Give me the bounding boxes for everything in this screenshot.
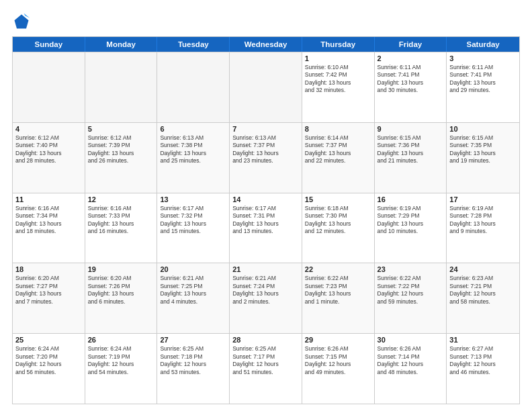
day-number: 5 bbox=[88, 125, 154, 133]
cell-info: Sunrise: 6:10 AM Sunset: 7:42 PM Dayligh… bbox=[305, 64, 371, 95]
calendar-cell bbox=[85, 52, 158, 122]
cell-info: Sunrise: 6:17 AM Sunset: 7:31 PM Dayligh… bbox=[232, 205, 299, 236]
day-number: 13 bbox=[160, 195, 226, 203]
cell-info: Sunrise: 6:24 AM Sunset: 7:19 PM Dayligh… bbox=[88, 345, 154, 376]
day-number: 2 bbox=[378, 54, 444, 62]
cell-info: Sunrise: 6:11 AM Sunset: 7:41 PM Dayligh… bbox=[378, 64, 444, 95]
cell-info: Sunrise: 6:25 AM Sunset: 7:17 PM Dayligh… bbox=[232, 345, 299, 376]
calendar-header-cell: Wednesday bbox=[230, 37, 302, 52]
calendar-cell: 2Sunrise: 6:11 AM Sunset: 7:41 PM Daylig… bbox=[375, 52, 447, 122]
day-number: 21 bbox=[232, 265, 299, 273]
calendar-cell: 16Sunrise: 6:19 AM Sunset: 7:29 PM Dayli… bbox=[375, 193, 447, 263]
calendar-row: 25Sunrise: 6:24 AM Sunset: 7:20 PM Dayli… bbox=[13, 333, 519, 404]
cell-info: Sunrise: 6:11 AM Sunset: 7:41 PM Dayligh… bbox=[449, 64, 517, 95]
day-number: 12 bbox=[88, 195, 154, 203]
cell-info: Sunrise: 6:16 AM Sunset: 7:33 PM Dayligh… bbox=[88, 205, 154, 236]
day-number: 20 bbox=[160, 265, 226, 273]
cell-info: Sunrise: 6:18 AM Sunset: 7:30 PM Dayligh… bbox=[305, 205, 371, 236]
svg-marker-0 bbox=[15, 15, 29, 29]
calendar-cell: 19Sunrise: 6:20 AM Sunset: 7:26 PM Dayli… bbox=[85, 263, 158, 333]
calendar-cell: 9Sunrise: 6:15 AM Sunset: 7:36 PM Daylig… bbox=[375, 123, 447, 193]
calendar-row: 1Sunrise: 6:10 AM Sunset: 7:42 PM Daylig… bbox=[13, 52, 519, 122]
day-number: 23 bbox=[378, 265, 444, 273]
day-number: 18 bbox=[15, 265, 82, 273]
calendar-cell: 11Sunrise: 6:16 AM Sunset: 7:34 PM Dayli… bbox=[13, 193, 85, 263]
header bbox=[12, 12, 520, 31]
calendar-cell: 30Sunrise: 6:26 AM Sunset: 7:14 PM Dayli… bbox=[375, 334, 447, 404]
cell-info: Sunrise: 6:22 AM Sunset: 7:22 PM Dayligh… bbox=[378, 275, 444, 306]
day-number: 10 bbox=[449, 125, 517, 133]
day-number: 28 bbox=[232, 336, 299, 344]
day-number: 30 bbox=[378, 336, 444, 344]
calendar-cell: 15Sunrise: 6:18 AM Sunset: 7:30 PM Dayli… bbox=[302, 193, 375, 263]
cell-info: Sunrise: 6:21 AM Sunset: 7:25 PM Dayligh… bbox=[160, 275, 226, 306]
cell-info: Sunrise: 6:23 AM Sunset: 7:21 PM Dayligh… bbox=[449, 275, 517, 306]
calendar-body: 1Sunrise: 6:10 AM Sunset: 7:42 PM Daylig… bbox=[13, 52, 519, 404]
calendar-cell: 8Sunrise: 6:14 AM Sunset: 7:37 PM Daylig… bbox=[302, 123, 375, 193]
calendar: SundayMondayTuesdayWednesdayThursdayFrid… bbox=[12, 36, 520, 404]
cell-info: Sunrise: 6:25 AM Sunset: 7:18 PM Dayligh… bbox=[160, 345, 226, 376]
calendar-row: 4Sunrise: 6:12 AM Sunset: 7:40 PM Daylig… bbox=[13, 122, 519, 193]
cell-info: Sunrise: 6:14 AM Sunset: 7:37 PM Dayligh… bbox=[305, 134, 371, 165]
cell-info: Sunrise: 6:17 AM Sunset: 7:32 PM Dayligh… bbox=[160, 205, 226, 236]
day-number: 17 bbox=[449, 195, 517, 203]
page: SundayMondayTuesdayWednesdayThursdayFrid… bbox=[0, 0, 532, 411]
calendar-cell: 26Sunrise: 6:24 AM Sunset: 7:19 PM Dayli… bbox=[85, 334, 158, 404]
cell-info: Sunrise: 6:15 AM Sunset: 7:36 PM Dayligh… bbox=[378, 134, 444, 165]
day-number: 16 bbox=[378, 195, 444, 203]
day-number: 14 bbox=[232, 195, 299, 203]
calendar-cell bbox=[230, 52, 302, 122]
day-number: 31 bbox=[449, 336, 517, 344]
cell-info: Sunrise: 6:19 AM Sunset: 7:29 PM Dayligh… bbox=[378, 205, 444, 236]
cell-info: Sunrise: 6:20 AM Sunset: 7:26 PM Dayligh… bbox=[88, 275, 154, 306]
cell-info: Sunrise: 6:20 AM Sunset: 7:27 PM Dayligh… bbox=[15, 275, 82, 306]
calendar-cell: 28Sunrise: 6:25 AM Sunset: 7:17 PM Dayli… bbox=[230, 334, 302, 404]
logo bbox=[12, 12, 34, 31]
cell-info: Sunrise: 6:19 AM Sunset: 7:28 PM Dayligh… bbox=[449, 205, 517, 236]
cell-info: Sunrise: 6:13 AM Sunset: 7:37 PM Dayligh… bbox=[232, 134, 299, 165]
cell-info: Sunrise: 6:13 AM Sunset: 7:38 PM Dayligh… bbox=[160, 134, 226, 165]
cell-info: Sunrise: 6:12 AM Sunset: 7:40 PM Dayligh… bbox=[15, 134, 82, 165]
calendar-cell: 12Sunrise: 6:16 AM Sunset: 7:33 PM Dayli… bbox=[85, 193, 158, 263]
calendar-cell: 22Sunrise: 6:22 AM Sunset: 7:23 PM Dayli… bbox=[302, 263, 375, 333]
calendar-cell bbox=[157, 52, 230, 122]
calendar-cell: 6Sunrise: 6:13 AM Sunset: 7:38 PM Daylig… bbox=[157, 123, 230, 193]
day-number: 8 bbox=[305, 125, 371, 133]
calendar-cell: 27Sunrise: 6:25 AM Sunset: 7:18 PM Dayli… bbox=[157, 334, 230, 404]
cell-info: Sunrise: 6:16 AM Sunset: 7:34 PM Dayligh… bbox=[15, 205, 82, 236]
cell-info: Sunrise: 6:15 AM Sunset: 7:35 PM Dayligh… bbox=[449, 134, 517, 165]
calendar-cell: 24Sunrise: 6:23 AM Sunset: 7:21 PM Dayli… bbox=[447, 263, 519, 333]
calendar-header-cell: Friday bbox=[375, 37, 447, 52]
calendar-cell: 23Sunrise: 6:22 AM Sunset: 7:22 PM Dayli… bbox=[375, 263, 447, 333]
day-number: 25 bbox=[15, 336, 82, 344]
calendar-cell: 4Sunrise: 6:12 AM Sunset: 7:40 PM Daylig… bbox=[13, 123, 85, 193]
calendar-cell: 5Sunrise: 6:12 AM Sunset: 7:39 PM Daylig… bbox=[85, 123, 158, 193]
calendar-header-cell: Thursday bbox=[302, 37, 375, 52]
day-number: 9 bbox=[378, 125, 444, 133]
calendar-cell: 31Sunrise: 6:27 AM Sunset: 7:13 PM Dayli… bbox=[447, 334, 519, 404]
calendar-header-cell: Sunday bbox=[13, 37, 85, 52]
calendar-cell: 21Sunrise: 6:21 AM Sunset: 7:24 PM Dayli… bbox=[230, 263, 302, 333]
day-number: 15 bbox=[305, 195, 371, 203]
day-number: 1 bbox=[305, 54, 371, 62]
day-number: 29 bbox=[305, 336, 371, 344]
day-number: 27 bbox=[160, 336, 226, 344]
day-number: 24 bbox=[449, 265, 517, 273]
calendar-cell: 14Sunrise: 6:17 AM Sunset: 7:31 PM Dayli… bbox=[230, 193, 302, 263]
calendar-row: 11Sunrise: 6:16 AM Sunset: 7:34 PM Dayli… bbox=[13, 193, 519, 263]
day-number: 3 bbox=[449, 54, 517, 62]
day-number: 4 bbox=[15, 125, 82, 133]
cell-info: Sunrise: 6:21 AM Sunset: 7:24 PM Dayligh… bbox=[232, 275, 299, 306]
calendar-cell: 20Sunrise: 6:21 AM Sunset: 7:25 PM Dayli… bbox=[157, 263, 230, 333]
calendar-cell: 18Sunrise: 6:20 AM Sunset: 7:27 PM Dayli… bbox=[13, 263, 85, 333]
calendar-cell: 13Sunrise: 6:17 AM Sunset: 7:32 PM Dayli… bbox=[157, 193, 230, 263]
day-number: 7 bbox=[232, 125, 299, 133]
cell-info: Sunrise: 6:27 AM Sunset: 7:13 PM Dayligh… bbox=[449, 345, 517, 376]
calendar-header-cell: Monday bbox=[85, 37, 158, 52]
calendar-cell: 10Sunrise: 6:15 AM Sunset: 7:35 PM Dayli… bbox=[447, 123, 519, 193]
cell-info: Sunrise: 6:26 AM Sunset: 7:14 PM Dayligh… bbox=[378, 345, 444, 376]
day-number: 6 bbox=[160, 125, 226, 133]
calendar-cell bbox=[13, 52, 85, 122]
calendar-cell: 7Sunrise: 6:13 AM Sunset: 7:37 PM Daylig… bbox=[230, 123, 302, 193]
logo-icon bbox=[12, 12, 31, 31]
